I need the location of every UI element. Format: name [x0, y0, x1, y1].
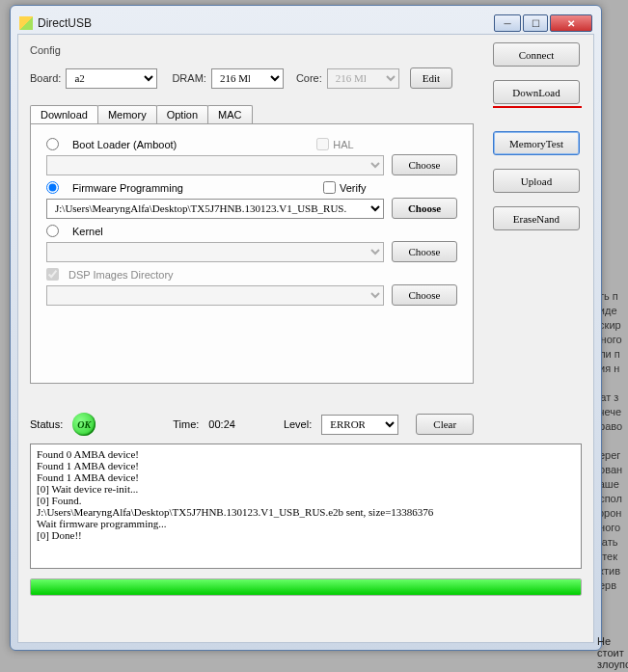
minimize-button[interactable]: ─: [494, 14, 521, 32]
tab-download[interactable]: Download: [30, 105, 98, 123]
dram-label: DRAM:: [172, 72, 205, 84]
verify-label: Verify: [340, 182, 367, 194]
dspdir-choose-button[interactable]: Choose: [392, 284, 457, 306]
log-output[interactable]: Found 0 AMBA device! Found 1 AMBA device…: [30, 444, 582, 569]
window-title: DirectUSB: [38, 16, 92, 30]
bootloader-choose-button[interactable]: Choose: [392, 154, 457, 175]
dram-select[interactable]: 216 MHz: [211, 68, 284, 89]
dspdir-checkbox: [46, 268, 59, 281]
main-tabs: Download Memory Option MAC Boot Loader (…: [30, 123, 474, 384]
core-select: 216 MHz: [327, 68, 399, 89]
tab-option[interactable]: Option: [156, 105, 208, 123]
dspdir-path: [46, 285, 384, 306]
time-value: 00:24: [208, 418, 235, 430]
erasenand-button[interactable]: EraseNand: [493, 206, 580, 230]
status-ok-badge: OK: [72, 413, 96, 436]
edit-button[interactable]: Edit: [410, 67, 452, 89]
close-button[interactable]: ✕: [550, 14, 592, 32]
upload-button[interactable]: Upload: [493, 169, 580, 193]
client-area: Config Connect DownLoad MemoryTest Uploa…: [17, 34, 594, 643]
time-label: Time:: [173, 418, 199, 430]
progress-bar: [30, 578, 582, 596]
background-footer-text: Не стоит злоупотребля: [597, 635, 626, 670]
firmware-radio[interactable]: [46, 181, 59, 194]
hal-checkbox: [316, 138, 329, 150]
level-label: Level:: [284, 418, 312, 430]
download-underline: [493, 106, 582, 108]
core-label: Core:: [296, 72, 322, 84]
maximize-button[interactable]: ☐: [523, 14, 548, 32]
dspdir-label: DSP Images Directory: [68, 269, 174, 281]
firmware-path[interactable]: J:\Users\MearyngAlfa\Desktop\TX5J7HNB.13…: [46, 199, 384, 219]
connect-button[interactable]: Connect: [493, 42, 580, 67]
bootloader-radio[interactable]: [46, 138, 59, 150]
firmware-choose-button[interactable]: Choose: [392, 198, 457, 219]
board-select[interactable]: a2: [66, 68, 157, 89]
bootloader-label: Boot Loader (Amboot): [72, 139, 177, 150]
progress-fill: [31, 579, 581, 595]
app-icon: [19, 16, 33, 30]
hal-label: HAL: [333, 139, 353, 150]
level-select[interactable]: ERROR: [321, 415, 398, 435]
kernel-label: Kernel: [72, 226, 103, 237]
bootloader-path: [46, 155, 384, 175]
kernel-radio[interactable]: [46, 225, 59, 237]
clear-button[interactable]: Clear: [416, 414, 474, 435]
memorytest-button[interactable]: MemoryTest: [493, 131, 580, 155]
titlebar[interactable]: DirectUSB ─ ☐ ✕: [17, 13, 594, 34]
status-label: Status:: [30, 418, 63, 430]
app-window: DirectUSB ─ ☐ ✕ Config Connect DownLoad …: [10, 5, 602, 651]
download-button[interactable]: DownLoad: [493, 80, 580, 104]
side-actions: Connect DownLoad MemoryTest Upload Erase…: [493, 42, 582, 230]
verify-checkbox[interactable]: [323, 181, 336, 194]
tab-memory[interactable]: Memory: [97, 105, 157, 123]
firmware-label: Firmware Programming: [72, 182, 183, 194]
kernel-choose-button[interactable]: Choose: [392, 241, 457, 262]
tab-mac[interactable]: MAC: [207, 105, 252, 123]
kernel-path: [46, 242, 384, 262]
board-label: Board:: [30, 72, 61, 84]
